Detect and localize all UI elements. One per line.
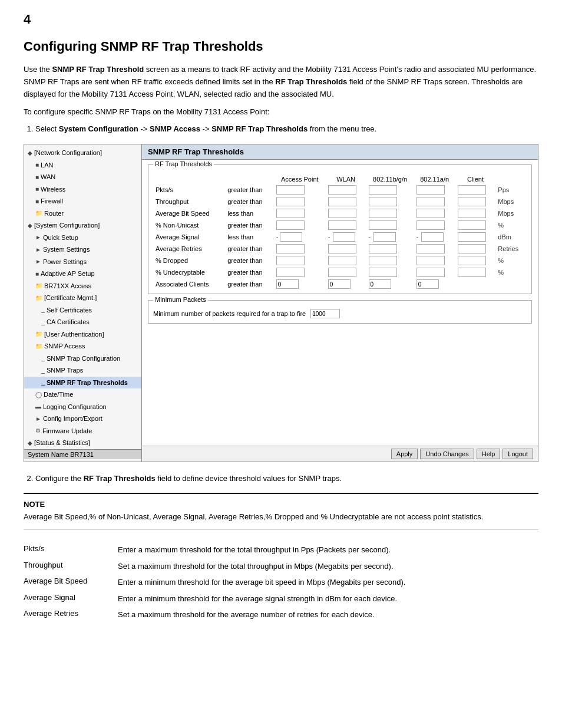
col-80211bgn: 802.11b/g/n [366,174,414,184]
sidebar-item-network-config[interactable]: ◆ [Network Configuration] [24,147,141,159]
nonu-wlan-input[interactable] [328,220,356,230]
row-label: % Dropped [153,255,225,266]
folder-icon: 📁 [35,330,42,338]
avgsig-an-input[interactable] [421,232,444,242]
dash-3: - [369,233,371,241]
logout-button[interactable]: Logout [503,449,533,459]
sidebar-item-cert-mgmt[interactable]: 📁 [Certificate Mgmt.] [24,292,141,304]
throughput-ap-input[interactable] [276,197,305,206]
sidebar-item-adaptive-ap[interactable]: ■ Adaptive AP Setup [24,268,141,280]
unit-label [495,278,527,290]
main-panel: SNMP RF Trap Thresholds RF Trap Threshol… [142,144,538,462]
sidebar-item-logging[interactable]: ▬ Logging Configuration [24,401,141,413]
row-label: Throughput [153,196,225,207]
nonu-bgn-input[interactable] [369,220,397,230]
unit-label: Mbps [495,207,527,219]
sidebar-item-system-config[interactable]: ◆ [System Configuration] [24,219,141,232]
arrow-icon: ► [35,245,41,254]
row-label: % Non-Unicast [153,219,225,231]
undec-client-input[interactable] [458,268,486,277]
assoc-wlan-input[interactable] [328,279,351,289]
avgbit-client-input[interactable] [458,209,486,218]
def-term: Average Signal [24,591,118,607]
drop-client-input[interactable] [458,256,486,265]
sidebar-item-quick-setup[interactable]: ► Quick Setup [24,232,141,244]
assoc-bgn-input[interactable] [369,279,391,289]
throughput-client-input[interactable] [458,197,486,206]
avgret-ap-input[interactable] [276,244,305,253]
avgret-an-input[interactable] [416,244,445,253]
sidebar-item-wireless[interactable]: ■ Wireless [24,183,141,196]
sidebar-item-firewall[interactable]: ■ Firewall [24,195,141,207]
pkts-ap-input[interactable] [276,185,305,195]
sidebar-item-wan[interactable]: ■ WAN [24,171,141,183]
def-term: Throughput [24,558,118,575]
step-1: Select System Configuration -> SNMP Acce… [35,123,538,136]
arrow-icon: ► [35,414,41,423]
avgret-client-input[interactable] [458,244,486,253]
drop-ap-input[interactable] [276,256,305,265]
sidebar-item-router[interactable]: 📁 Router [24,207,141,220]
row-label: Average Retries [153,243,225,255]
avgbit-bgn-input[interactable] [369,209,397,218]
row-label: Associated Clients [153,278,225,290]
sidebar-item-ca-certs[interactable]: ⎯ CA Certificates [24,316,141,328]
table-row: % Non-Unicast greater than % [153,219,527,231]
sidebar-item-system-settings[interactable]: ► System Settings [24,243,141,256]
nonu-ap-input[interactable] [276,220,305,230]
undo-changes-button[interactable]: Undo Changes [420,449,474,459]
apply-button[interactable]: Apply [391,449,418,459]
sidebar-item-self-certs[interactable]: ⎯ Self Certificates [24,304,141,317]
throughput-an-input[interactable] [416,197,445,206]
sidebar-item-status-stats[interactable]: ◆ [Status & Statistics] [24,437,141,449]
pkts-wlan-input[interactable] [328,185,356,195]
row-comparator: greater than [225,278,274,290]
pkts-bgn-input[interactable] [369,185,397,195]
min-packets-label: Minimum number of packets required for a… [153,310,306,317]
sidebar-item-label: SNMP Trap Configuration [47,354,120,364]
assoc-an-input[interactable] [416,279,439,289]
definition-row: Average Signal Enter a minimum threshold… [24,591,538,607]
sidebar-item-br71xx[interactable]: 📁 BR71XX Access [24,280,141,292]
sidebar-item-label: Quick Setup [43,233,78,243]
sidebar-item-user-auth[interactable]: 📁 [User Authentication] [24,328,141,341]
avgbit-wlan-input[interactable] [328,209,356,218]
avgret-bgn-input[interactable] [369,244,397,253]
sidebar-item-snmp-trap-config[interactable]: ⎯ SNMP Trap Configuration [24,353,141,365]
step-2: Configure the RF Trap Thresholds field t… [35,473,538,485]
nonu-an-input[interactable] [416,220,445,230]
undec-wlan-input[interactable] [328,268,356,277]
help-button[interactable]: Help [477,449,501,459]
drop-an-input[interactable] [416,256,445,265]
avgsig-wlan-input[interactable] [333,232,355,242]
drop-bgn-input[interactable] [369,256,397,265]
min-packets-input[interactable] [310,309,340,318]
avgbit-an-input[interactable] [416,209,445,218]
sidebar-item-config-import[interactable]: ► Config Import/Export [24,413,141,425]
sidebar-item-firmware[interactable]: ⚙ Firmware Update [24,425,141,437]
nonu-client-input[interactable] [458,220,486,230]
avgsig-client-input[interactable] [458,232,486,242]
assoc-ap-input[interactable] [276,279,299,289]
sidebar-item-snmp-rf-trap[interactable]: ⎯ SNMP RF Trap Thresholds [24,377,141,389]
drop-wlan-input[interactable] [328,256,356,265]
avgsig-bgn-input[interactable] [373,232,396,242]
avgret-wlan-input[interactable] [328,244,356,253]
pkts-an-input[interactable] [416,185,445,195]
sidebar-item-snmp-access[interactable]: 📁 SNMP Access [24,340,141,353]
dash-2: - [328,233,330,241]
throughput-bgn-input[interactable] [369,197,397,206]
throughput-wlan-input[interactable] [328,197,356,206]
sidebar-item-label: Date/Time [44,390,73,400]
undec-an-input[interactable] [416,268,445,277]
col-80211an: 802.11a/n [414,174,455,184]
sidebar-item-snmp-traps[interactable]: ⎯ SNMP Traps [24,364,141,377]
sidebar-item-datetime[interactable]: ◯ Date/Time [24,388,141,401]
pkts-client-input[interactable] [458,185,486,195]
undec-bgn-input[interactable] [369,268,397,277]
sidebar-item-power-settings[interactable]: ► Power Settings [24,256,141,268]
undec-ap-input[interactable] [276,268,305,277]
avgbit-ap-input[interactable] [276,209,305,218]
sidebar-item-lan[interactable]: ■ LAN [24,159,141,172]
avgsig-ap-input[interactable] [280,232,302,242]
